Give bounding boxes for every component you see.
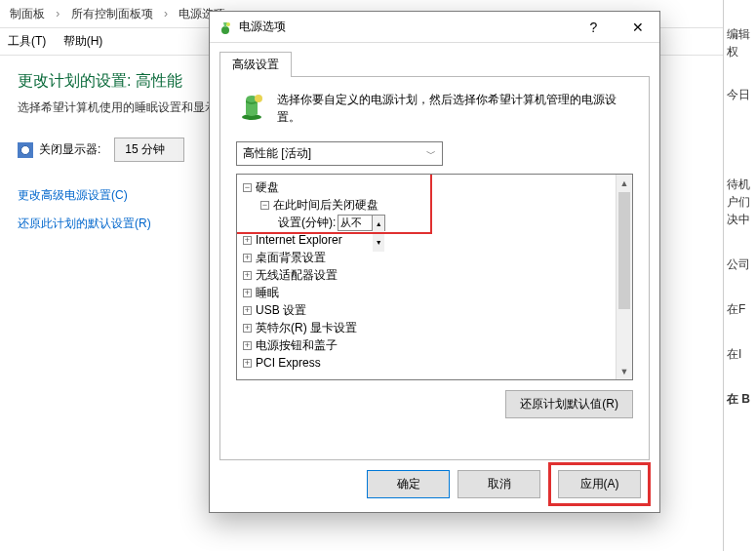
- cancel-button[interactable]: 取消: [458, 470, 540, 498]
- right-item: 决中: [724, 211, 756, 228]
- right-item: 编辑: [724, 25, 756, 43]
- expand-icon[interactable]: +: [243, 271, 252, 280]
- settings-tree: −硬盘 −在此时间后关闭硬盘 设置(分钟): ▲ ▼ +Internet Exp…: [236, 174, 633, 380]
- svg-point-0: [221, 26, 229, 34]
- scroll-up-icon[interactable]: ▲: [617, 175, 632, 191]
- tree-desktop[interactable]: +桌面背景设置: [243, 249, 626, 266]
- power-options-dialog: 电源选项 ? ✕ 高级设置 选择你要自定义的电源计划，然后选择你希望计算机管理的…: [209, 11, 660, 513]
- expand-icon[interactable]: +: [243, 236, 252, 245]
- breadcrumb-sep: ›: [56, 7, 60, 20]
- chevron-down-icon: ﹀: [426, 147, 436, 161]
- apply-button[interactable]: 应用(A): [558, 470, 641, 498]
- right-side-panel: 编辑 权 今日 待机 户们 决中 公司 在F 在I 在 B: [723, 0, 756, 551]
- tab-advanced[interactable]: 高级设置: [219, 52, 292, 77]
- right-item: 在 B: [724, 390, 756, 408]
- plan-dropdown[interactable]: 高性能 [活动] ﹀: [236, 141, 443, 166]
- tree-ie[interactable]: +Internet Explorer: [243, 231, 626, 249]
- tree-power-btn[interactable]: +电源按钮和盖子: [243, 336, 626, 354]
- right-item: 今日: [724, 86, 756, 103]
- scroll-down-icon[interactable]: ▼: [617, 363, 632, 379]
- scrollbar[interactable]: ▲ ▼: [616, 175, 632, 379]
- expand-icon[interactable]: +: [243, 324, 252, 333]
- expand-icon[interactable]: +: [243, 359, 252, 368]
- tree-usb[interactable]: +USB 设置: [243, 301, 626, 319]
- breadcrumb-item[interactable]: 所有控制面板项: [71, 7, 153, 20]
- tree-setting-minutes[interactable]: 设置(分钟): ▲ ▼: [278, 214, 385, 231]
- expand-icon[interactable]: +: [243, 289, 252, 297]
- power-plan-icon: [236, 91, 267, 122]
- tree-sleep[interactable]: +睡眠: [243, 284, 626, 301]
- display-off-dropdown[interactable]: 15 分钟: [114, 138, 184, 162]
- expand-icon[interactable]: +: [243, 341, 252, 350]
- minutes-spinner[interactable]: ▲ ▼: [338, 215, 385, 231]
- tab-content: 选择你要自定义的电源计划，然后选择你希望计算机管理的电源设置。 高性能 [活动]…: [219, 76, 650, 460]
- right-item: 公司: [724, 256, 756, 273]
- breadcrumb-item[interactable]: 制面板: [10, 7, 45, 20]
- dialog-title: 电源选项: [239, 19, 286, 35]
- power-icon: [218, 20, 233, 35]
- spinner-up-icon[interactable]: ▲: [373, 216, 384, 234]
- right-item: 权: [724, 43, 756, 60]
- tree-intel[interactable]: +英特尔(R) 显卡设置: [243, 319, 626, 336]
- display-off-label: 关闭显示器:: [39, 141, 100, 158]
- expand-icon[interactable]: +: [243, 254, 252, 262]
- svg-point-1: [226, 22, 230, 26]
- annotation-highlight: 应用(A): [548, 462, 651, 506]
- right-item: 户们: [724, 193, 756, 211]
- tree-wireless[interactable]: +无线适配器设置: [243, 266, 626, 284]
- dialog-footer: 确定 取消 应用(A): [210, 460, 659, 512]
- ok-button[interactable]: 确定: [367, 470, 450, 498]
- plan-selected-value: 高性能 [活动]: [243, 145, 311, 162]
- tree-hard-disk[interactable]: −硬盘: [243, 178, 626, 196]
- tree-turn-off-after[interactable]: −在此时间后关闭硬盘: [260, 196, 626, 214]
- collapse-icon[interactable]: −: [260, 201, 269, 210]
- tab-strip: 高级设置: [219, 51, 650, 76]
- scroll-thumb[interactable]: [618, 192, 630, 309]
- menu-tools[interactable]: 工具(T): [8, 34, 46, 48]
- dialog-titlebar[interactable]: 电源选项 ? ✕: [210, 12, 659, 43]
- breadcrumb-sep: ›: [164, 7, 168, 20]
- close-button[interactable]: ✕: [616, 13, 659, 42]
- help-button[interactable]: ?: [572, 13, 616, 42]
- svg-point-3: [255, 95, 262, 102]
- spinner-down-icon[interactable]: ▼: [373, 234, 384, 252]
- setting-label: 设置(分钟):: [278, 214, 336, 231]
- menu-help[interactable]: 帮助(H): [63, 34, 103, 48]
- restore-plan-defaults-button[interactable]: 还原计划默认值(R): [505, 390, 633, 418]
- minutes-input[interactable]: [338, 216, 372, 230]
- tree-pci[interactable]: +PCI Express: [243, 354, 626, 372]
- right-item: 待机: [724, 176, 756, 193]
- monitor-icon: [18, 142, 33, 158]
- collapse-icon[interactable]: −: [243, 183, 252, 192]
- right-item: 在F: [724, 300, 756, 318]
- right-item: 在I: [724, 345, 756, 363]
- info-text: 选择你要自定义的电源计划，然后选择你希望计算机管理的电源设置。: [277, 91, 633, 126]
- expand-icon[interactable]: +: [243, 306, 252, 315]
